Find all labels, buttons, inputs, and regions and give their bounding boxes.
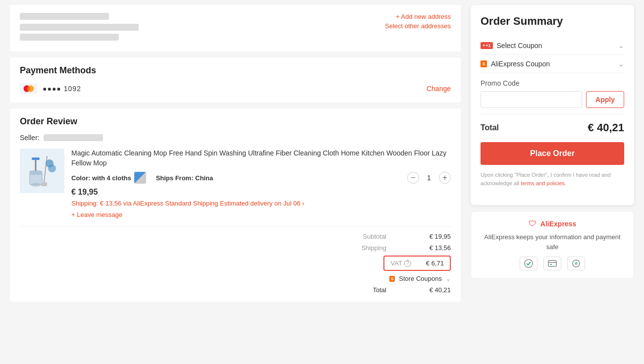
- product-image: [20, 149, 64, 193]
- payment-title: Payment Methods: [20, 65, 451, 76]
- security-header: 🛡 AliExpress: [479, 219, 626, 228]
- order-review-section: Order Review Seller:: [10, 108, 461, 302]
- svg-rect-6: [32, 157, 40, 160]
- svg-rect-4: [30, 171, 42, 175]
- totals-section: Subtotal € 19,95 Shipping € 13,56 VAT ? …: [20, 226, 451, 294]
- address-section: + Add new address Select other addresses: [10, 5, 461, 52]
- svg-rect-9: [41, 182, 47, 186]
- terms-text: Upon clicking "Place Order", I confirm I…: [481, 171, 624, 187]
- svg-line-8: [44, 156, 47, 186]
- mastercard-icon: [20, 83, 38, 95]
- aliexpress-coupon-label: AliExpress Coupon: [491, 60, 550, 68]
- ships-from: Ships From: China: [156, 174, 214, 182]
- select-other-addresses-link[interactable]: Select other addresses: [385, 22, 451, 30]
- total-final-value: € 40,21: [416, 286, 451, 294]
- svg-point-7: [31, 183, 41, 187]
- subtotal-value: € 19,95: [416, 233, 451, 240]
- order-summary-card: Order Summary ++1 Select Coupon ⌄ $ AliE: [471, 5, 634, 205]
- select-coupon-icon: ++1: [481, 42, 493, 49]
- quantity-decrease-button[interactable]: −: [407, 172, 419, 184]
- subtotal-label: Subtotal: [363, 233, 386, 240]
- color-value: with 4 cloths: [92, 174, 131, 182]
- address-line2-blur: [20, 34, 119, 41]
- payment-row: ●●●● 1092 Change: [20, 83, 451, 95]
- color-swatch: [134, 172, 146, 184]
- select-coupon-left: ++1 Select Coupon: [481, 42, 542, 50]
- subtotal-row: Subtotal € 19,95: [20, 233, 451, 240]
- aliexpress-security-logo: AliExpress: [540, 220, 576, 228]
- vat-help-icon[interactable]: ?: [404, 260, 411, 267]
- select-coupon-chevron-icon: ⌄: [618, 42, 624, 50]
- main-content: + Add new address Select other addresses…: [10, 5, 461, 302]
- address-actions: + Add new address Select other addresses: [385, 13, 451, 30]
- aliexpress-coupon-row[interactable]: $ AliExpress Coupon ⌄: [481, 55, 624, 73]
- select-coupon-row[interactable]: ++1 Select Coupon ⌄: [481, 37, 624, 55]
- security-badge-2: [543, 257, 561, 270]
- payment-section: Payment Methods ●●●● 1092 Change: [10, 57, 461, 103]
- ships-from-value: China: [195, 174, 213, 182]
- store-coupon-icon: $: [389, 276, 395, 282]
- product-title: Magic Automatic Cleaning Mop Free Hand S…: [71, 149, 451, 168]
- quantity-controls: − 1 +: [407, 172, 451, 184]
- vat-value: € 6,71: [426, 260, 444, 267]
- store-coupon-badge: $: [389, 276, 395, 282]
- security-text: AliExpress keeps your information and pa…: [479, 232, 626, 252]
- total-final-row: Total € 40,21: [20, 286, 451, 294]
- order-total-value: € 40,21: [588, 121, 624, 134]
- color-label: Color: with 4 cloths: [71, 174, 131, 182]
- add-new-address-link[interactable]: + Add new address: [396, 13, 451, 20]
- svg-point-12: [525, 260, 533, 267]
- total-final-label: Total: [373, 286, 386, 294]
- seller-row: Seller:: [20, 134, 451, 142]
- store-coupons-label: Store Coupons: [399, 275, 442, 282]
- aliexpress-coupon-icon: $: [481, 60, 487, 67]
- shipping-label: Shipping: [361, 244, 386, 252]
- change-payment-button[interactable]: Change: [427, 85, 451, 93]
- product-color-meta: Color: with 4 cloths: [71, 172, 146, 184]
- promo-code-label: Promo Code: [481, 79, 624, 87]
- quantity-value: 1: [424, 174, 434, 182]
- leave-message-link[interactable]: + Leave message: [71, 211, 451, 218]
- address-info: [20, 13, 385, 44]
- promo-code-input[interactable]: [481, 91, 582, 108]
- seller-label: Seller:: [20, 134, 40, 142]
- order-total-label: Total: [481, 123, 499, 132]
- promo-code-input-row: Apply: [481, 91, 624, 108]
- svg-point-11: [48, 164, 56, 172]
- sidebar: Order Summary ++1 Select Coupon ⌄ $ AliE: [471, 5, 634, 302]
- address-line1-blur: [20, 24, 139, 31]
- security-icons: [479, 257, 626, 270]
- shipping-row: Shipping € 13,56: [20, 244, 451, 252]
- svg-rect-14: [550, 264, 552, 265]
- product-details: Magic Automatic Cleaning Mop Free Hand S…: [71, 149, 451, 218]
- promo-code-section: Promo Code Apply: [481, 73, 624, 114]
- vat-row: VAT ? € 6,71: [383, 256, 451, 271]
- order-review-title: Order Review: [20, 116, 451, 127]
- payment-info: ●●●● 1092: [20, 83, 81, 95]
- select-coupon-label: Select Coupon: [497, 42, 542, 50]
- vat-label: VAT ?: [390, 260, 411, 267]
- security-badge-1: [520, 257, 537, 270]
- order-summary-title: Order Summary: [481, 15, 624, 28]
- terms-link[interactable]: terms and policies: [521, 180, 565, 186]
- product-row: Magic Automatic Cleaning Mop Free Hand S…: [20, 149, 451, 218]
- quantity-increase-button[interactable]: +: [439, 172, 451, 184]
- svg-rect-13: [548, 260, 556, 266]
- address-name-blur: [20, 13, 109, 20]
- product-meta-row: Color: with 4 cloths Ships From: China −…: [71, 172, 451, 184]
- aliexpress-coupon-left: $ AliExpress Coupon: [481, 60, 550, 68]
- aliexpress-coupon-chevron-icon: ⌄: [618, 60, 624, 68]
- store-coupons-chevron-icon: ⌄: [446, 275, 451, 282]
- place-order-button[interactable]: Place Order: [481, 142, 624, 165]
- shipping-info[interactable]: Shipping: € 13,56 via AliExpress Standar…: [71, 200, 451, 207]
- apply-button[interactable]: Apply: [586, 91, 624, 108]
- store-coupons-row[interactable]: $ Store Coupons ⌄: [20, 275, 451, 282]
- order-total-row: Total € 40,21: [481, 121, 624, 134]
- seller-name-blur: [44, 134, 103, 141]
- card-number: ●●●● 1092: [43, 85, 81, 93]
- aliexpress-shield-icon: 🛡: [529, 219, 537, 228]
- shipping-value: € 13,56: [416, 244, 451, 252]
- product-price: € 19,95: [71, 188, 451, 197]
- security-badge-3: [567, 257, 585, 270]
- security-card: 🛡 AliExpress AliExpress keeps your infor…: [471, 211, 634, 279]
